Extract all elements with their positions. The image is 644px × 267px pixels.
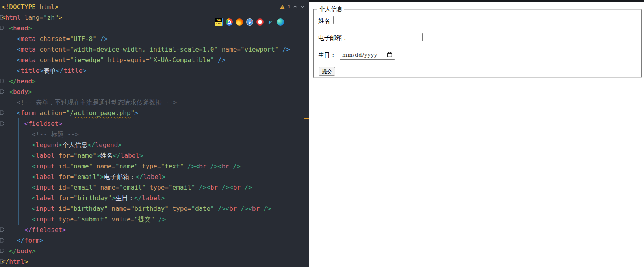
inspection-widget[interactable]: 1	[280, 4, 304, 10]
next-warning-chevron-down-icon[interactable]	[300, 5, 304, 8]
code-line-14[interactable]: <legend>个人信息</legend>	[2, 140, 290, 150]
code-token: "name"	[74, 152, 97, 159]
code-token: >	[28, 24, 32, 32]
code-line-1[interactable]: <!DOCTYPE html>	[2, 2, 290, 12]
code-token: <!-- 表单，不过现在主流是通过动态请求传递数据 -->	[17, 99, 177, 106]
code-line-16[interactable]: <input id="name" name="name" type="text"…	[2, 161, 290, 171]
code-token: "date"	[191, 205, 214, 212]
code-token: 电子邮箱：	[104, 173, 135, 180]
browser-top-strip	[309, 0, 644, 2]
code-token	[2, 162, 32, 170]
fold-tag-icon[interactable]	[0, 89, 4, 94]
name-label: 姓名	[318, 17, 330, 25]
code-token	[2, 173, 32, 180]
code-token: 个人信息	[62, 141, 87, 149]
fold-tag-icon[interactable]	[0, 15, 4, 20]
code-line-11[interactable]: <form action="/action_page.php">	[2, 108, 290, 118]
code-token: label	[36, 194, 55, 202]
code-token: "	[131, 109, 135, 117]
code-line-7[interactable]: <title>表单</title>	[2, 65, 290, 76]
fold-tag-icon[interactable]	[0, 26, 4, 30]
webstorm-eap-icon[interactable]: WS EAP	[215, 18, 223, 26]
fold-tag-icon[interactable]	[0, 110, 4, 115]
code-line-10[interactable]: <!-- 表单，不过现在主流是通过动态请求传递数据 -->	[2, 97, 290, 108]
warning-count: 1	[288, 4, 290, 9]
chrome-icon[interactable]	[226, 18, 233, 26]
code-line-5[interactable]: <meta content="width=device-width, initi…	[2, 44, 290, 55]
code-token: </	[113, 152, 120, 159]
code-token: >	[55, 3, 59, 11]
code-token: />	[97, 35, 108, 42]
fold-tag-icon[interactable]	[0, 249, 4, 253]
code-token: label	[142, 194, 161, 202]
name-input[interactable]	[333, 16, 403, 24]
code-line-24[interactable]: </body>	[2, 246, 290, 256]
code-line-20[interactable]: <input id="birthday" name="birthday" typ…	[2, 203, 290, 214]
code-token: "email"	[74, 173, 100, 180]
code-token: /><	[184, 162, 199, 170]
code-line-17[interactable]: <label for="email">电子邮箱：</label>	[2, 171, 290, 182]
code-token: charset=	[36, 35, 70, 42]
email-input[interactable]	[353, 33, 423, 41]
code-token: body	[17, 247, 32, 255]
code-token: name=	[218, 46, 241, 53]
code-token: http-equiv=	[104, 56, 150, 64]
code-token: label	[143, 173, 162, 180]
email-label: 电子邮箱：	[318, 33, 348, 42]
code-token: body	[13, 88, 28, 96]
code-token: >	[59, 14, 63, 21]
code-line-25[interactable]: </html>	[2, 256, 290, 267]
code-editor[interactable]: <!DOCTYPE html><html lang="zh"> <head> <…	[0, 0, 309, 267]
code-token: input	[36, 215, 55, 223]
birthday-date-input[interactable]: mm/dd/yyyy	[340, 50, 395, 60]
code-token: >	[39, 237, 43, 244]
code-line-21[interactable]: <input type="submit" value="提交" />	[2, 214, 290, 225]
fold-tag-icon[interactable]	[0, 227, 4, 232]
code-token: <	[17, 109, 21, 117]
code-line-15[interactable]: <label for="name">姓名</label>	[2, 150, 290, 161]
safari-icon[interactable]	[246, 18, 253, 26]
code-token: <	[24, 120, 28, 127]
submit-button[interactable]: 提交	[319, 67, 335, 76]
code-token: label	[36, 173, 55, 180]
edge-icon[interactable]	[277, 18, 284, 26]
prev-warning-chevron-up-icon[interactable]	[293, 5, 297, 8]
code-line-23[interactable]: </form>	[2, 235, 290, 246]
fold-tag-icon[interactable]	[0, 259, 4, 264]
code-token: "/	[66, 109, 74, 117]
code-line-13[interactable]: <!-- 标题 -->	[2, 129, 290, 140]
fold-tag-icon[interactable]	[0, 238, 4, 243]
code-token: </	[9, 77, 17, 85]
code-lines: <!DOCTYPE html><html lang="zh"> <head> <…	[2, 2, 290, 267]
code-line-19[interactable]: <label for="birthday">生日：</label>	[2, 193, 290, 203]
code-token: br	[210, 184, 218, 191]
code-token: for=	[55, 173, 74, 180]
code-line-12[interactable]: <fieldset>	[2, 118, 290, 129]
fold-tag-icon[interactable]	[0, 79, 4, 83]
code-line-22[interactable]: </fieldset>	[2, 225, 290, 235]
code-token: "UTF-8"	[70, 35, 96, 42]
code-token: html	[6, 14, 21, 21]
code-line-6[interactable]: <meta content="ie=edge" http-equiv="X-UA…	[2, 55, 290, 65]
code-token: /><	[218, 184, 233, 191]
code-token: legend	[95, 141, 118, 149]
code-token: id=	[55, 184, 70, 191]
code-token: legend	[36, 141, 59, 149]
code-token	[2, 99, 17, 106]
code-line-18[interactable]: <input id="email" name="email" type="ema…	[2, 182, 290, 193]
firefox-icon[interactable]	[236, 18, 243, 26]
calendar-icon[interactable]	[387, 52, 392, 57]
code-line-4[interactable]: <meta charset="UTF-8" />	[2, 33, 290, 44]
internet-explorer-icon[interactable]: e	[267, 18, 274, 26]
opera-icon[interactable]	[256, 18, 264, 26]
code-token: <	[17, 56, 21, 64]
fold-tag-icon[interactable]	[0, 121, 4, 126]
code-line-8[interactable]: </head>	[2, 76, 290, 87]
code-token: meta	[20, 56, 36, 64]
code-token: >	[32, 247, 36, 255]
code-token: "submit"	[78, 215, 108, 223]
code-line-9[interactable]: <body>	[2, 87, 290, 97]
code-token: /><	[206, 162, 222, 170]
warning-stripe-mark[interactable]	[304, 118, 309, 119]
code-token: >	[118, 141, 122, 149]
